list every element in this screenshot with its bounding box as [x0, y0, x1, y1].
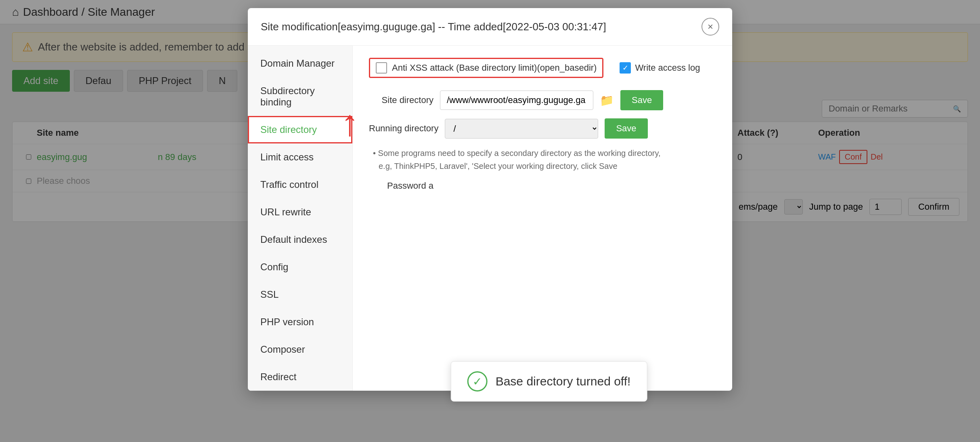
write-access-log-checkbox[interactable]: ✓	[620, 62, 631, 74]
anti-xss-label: Anti XSS attack (Base directory limit)(o…	[392, 63, 597, 73]
modal-title: Site modification[easyimg.guguge.ga] -- …	[261, 21, 606, 33]
sidebar-item-url-rewrite[interactable]: URL rewrite	[248, 198, 352, 226]
site-directory-input[interactable]	[440, 91, 593, 110]
sidebar-item-limit-access[interactable]: Limit access	[248, 143, 352, 171]
hint-line2: e.g, ThinkPHP5, Laravel', 'Select your w…	[379, 162, 618, 170]
site-directory-row: Site directory 📁 Save	[369, 90, 716, 110]
arrow-up-indicator: ↑	[341, 102, 359, 144]
hint-line1: Some programs need to specify a secondar…	[378, 149, 661, 158]
running-directory-save-button[interactable]: Save	[605, 118, 647, 139]
anti-xss-option-box: Anti XSS attack (Base directory limit)(o…	[369, 58, 603, 78]
site-directory-save-button[interactable]: Save	[620, 90, 663, 110]
password-row: Password a	[369, 181, 716, 191]
site-modification-modal: Site modification[easyimg.guguge.ga] -- …	[248, 8, 732, 391]
site-directory-label: Site directory	[369, 95, 433, 105]
sidebar-item-default-indexes[interactable]: Default indexes	[248, 226, 352, 253]
hint-bullet: •	[373, 149, 378, 158]
hint-text: • Some programs need to specify a second…	[373, 147, 716, 173]
folder-icon[interactable]: 📁	[600, 94, 614, 107]
sidebar-item-site-directory[interactable]: Site directory	[248, 116, 352, 143]
anti-xss-checkbox[interactable]	[376, 62, 387, 74]
write-access-log-label: Write access log	[635, 63, 700, 73]
sidebar-item-subdirectory-binding[interactable]: Subdirectory binding	[248, 77, 352, 116]
modal-body: Domain Manager Subdirectory binding Site…	[248, 46, 732, 391]
toast-message: Base directory turned off!	[496, 375, 631, 388]
toast-check-icon: ✓	[467, 371, 488, 391]
running-directory-select[interactable]: /	[445, 119, 598, 139]
sidebar-item-php-version[interactable]: PHP version	[248, 308, 352, 336]
sidebar-item-domain-manager[interactable]: Domain Manager	[248, 50, 352, 77]
sidebar-item-traffic-control[interactable]: Traffic control	[248, 171, 352, 198]
modal-header: Site modification[easyimg.guguge.ga] -- …	[248, 8, 732, 46]
toast-notification: ✓ Base directory turned off!	[451, 361, 647, 402]
write-access-log-option: ✓ Write access log	[620, 62, 700, 74]
modal-content-area: ↑ Anti XSS attack (Base directory limit)…	[353, 46, 732, 391]
modal-sidebar: Domain Manager Subdirectory binding Site…	[248, 46, 353, 391]
close-button[interactable]: ×	[701, 18, 719, 36]
sidebar-item-redirect[interactable]: Redirect	[248, 363, 352, 391]
sidebar-item-ssl[interactable]: SSL	[248, 281, 352, 308]
sidebar-item-config[interactable]: Config	[248, 253, 352, 281]
password-label: Password a	[369, 181, 433, 191]
options-row: Anti XSS attack (Base directory limit)(o…	[369, 58, 716, 78]
running-directory-row: Running directory / Save	[369, 118, 716, 139]
running-directory-label: Running directory	[369, 123, 438, 134]
sidebar-item-composer[interactable]: Composer	[248, 336, 352, 363]
